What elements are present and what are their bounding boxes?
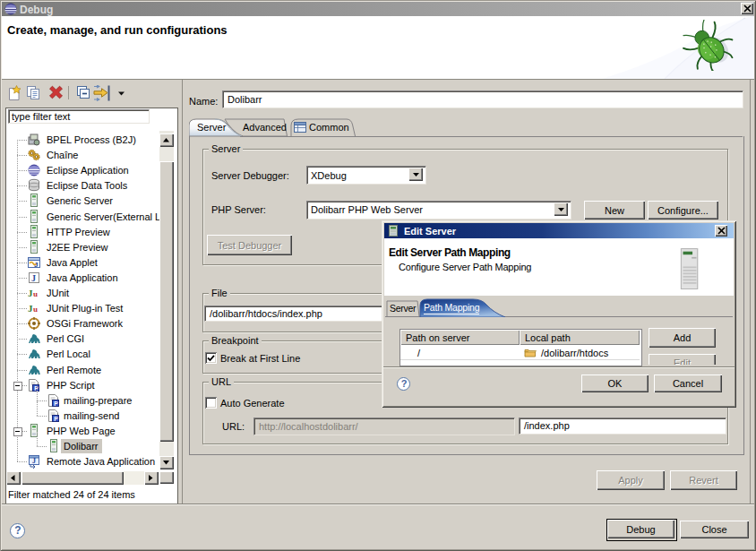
svg-text:P: P <box>54 415 58 421</box>
svg-text:u: u <box>33 305 38 314</box>
svg-text:J: J <box>32 457 36 465</box>
svg-text:u: u <box>33 289 38 298</box>
svg-text:J: J <box>34 261 38 269</box>
svg-text:P: P <box>54 400 58 406</box>
svg-text:J: J <box>31 273 36 283</box>
